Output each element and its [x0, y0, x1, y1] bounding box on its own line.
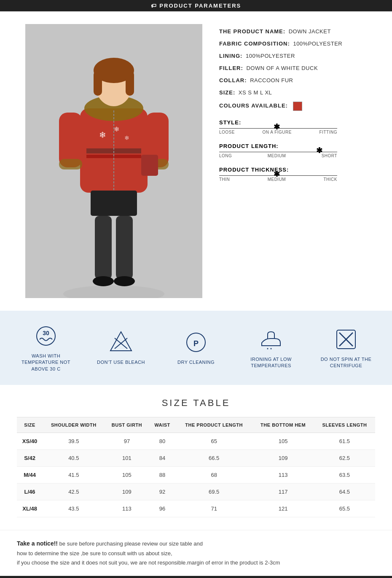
style-section: STYLE: ✱ LOOSE ON A FIGURE FITTING — [219, 119, 367, 134]
svg-text:❄: ❄ — [114, 126, 119, 133]
svg-text:❄: ❄ — [124, 134, 129, 141]
dry-clean-icon: P — [183, 330, 209, 355]
size-value: XS S M L XL — [239, 89, 272, 96]
cell-0-0: XS/40 — [17, 433, 43, 450]
product-name-label: THE PRODUCT NAME: — [219, 28, 285, 35]
header-title: PRODUCT PARAMETERS — [159, 3, 241, 9]
page-footer: 🏷 DETAIL DISPLAY — [0, 576, 392, 578]
length-option-medium: MEDIUM — [268, 153, 286, 158]
color-swatch[interactable] — [293, 102, 302, 111]
cell-1-3: 84 — [149, 450, 175, 467]
cell-2-2: 105 — [105, 467, 149, 484]
col-shoulder: SHOULDER WIDTH — [43, 417, 105, 433]
size-table-title: SIZE TABLE — [17, 398, 375, 409]
svg-rect-20 — [116, 216, 133, 279]
table-row: M/4441.5105886811363.5 — [17, 467, 375, 484]
filler-label: FILLER: — [219, 65, 243, 71]
style-marker: ✱ — [274, 122, 280, 132]
style-label: STYLE: — [219, 119, 367, 126]
cell-0-2: 97 — [105, 433, 149, 450]
colours-row: COLOURS AVAILABLE: — [219, 102, 367, 111]
cell-0-5: 105 — [252, 433, 314, 450]
wash-label: WASH WITH TEMPERATURE NOT ABOVE 30 C — [16, 353, 75, 372]
cell-0-3: 80 — [149, 433, 175, 450]
cell-4-0: XL/48 — [17, 500, 43, 517]
cell-4-3: 96 — [149, 500, 175, 517]
col-bust: BUST GIRTH — [105, 417, 149, 433]
cell-4-2: 113 — [105, 500, 149, 517]
length-label: PRODUCT LENGTH: — [219, 143, 367, 149]
length-option-long: LONG — [219, 153, 232, 158]
svg-rect-18 — [91, 191, 137, 216]
cell-2-0: M/44 — [17, 467, 43, 484]
cell-1-1: 40.5 — [43, 450, 105, 467]
thickness-slider-line: ✱ — [219, 175, 337, 176]
cell-1-6: 62.5 — [314, 450, 375, 467]
collar-value: RACCOON FUR — [250, 77, 293, 83]
product-section: ❄ ❄ ❄ THE PRODUCT NAME: DOWN JACKET — [0, 11, 392, 311]
style-option-fitting: FITTING — [320, 130, 337, 134]
notice-bold: Take a notice!! — [17, 540, 58, 547]
product-name-row: THE PRODUCT NAME: DOWN JACKET — [219, 28, 367, 35]
thickness-label: PRODUCT THICKNESS: — [219, 167, 367, 173]
svg-text:P: P — [193, 339, 199, 348]
spin-label: DO NOT SPIN AT THE CENTRIFUGE — [317, 356, 376, 369]
cell-4-5: 121 — [252, 500, 314, 517]
length-section: PRODUCT LENGTH: ✱ LONG MEDIUM SHORT — [219, 143, 367, 158]
cell-1-4: 66.5 — [176, 450, 252, 467]
size-table-body: XS/4039.597806510561.5S/4240.51018466.51… — [17, 433, 375, 517]
care-item-dry: P DRY CLEANING — [166, 330, 226, 366]
cell-3-3: 92 — [149, 484, 175, 500]
filler-row: FILLER: DOWN OF A WHITE DUCK — [219, 65, 367, 71]
svg-text:❄: ❄ — [99, 130, 106, 140]
no-spin-icon — [333, 327, 359, 352]
svg-point-33 — [271, 348, 272, 349]
length-marker: ✱ — [316, 146, 322, 155]
col-sleeves: SLEEVES LENGTH — [314, 417, 375, 433]
cell-3-0: L/46 — [17, 484, 43, 500]
thickness-option-thin: THIN — [219, 177, 230, 182]
dry-label: DRY CLEANING — [177, 359, 215, 366]
care-item-bleach: DON'T USE BLEACH — [91, 330, 150, 366]
cell-0-4: 65 — [176, 433, 252, 450]
cell-3-2: 109 — [105, 484, 149, 500]
table-row: S/4240.51018466.510962.5 — [17, 450, 375, 467]
filler-value: DOWN OF A WHITE DUCK — [246, 65, 318, 71]
product-image-svg: ❄ ❄ ❄ — [25, 24, 202, 298]
length-slider-line: ✱ — [219, 152, 337, 152]
wash-icon: 30 — [33, 323, 59, 349]
cell-2-5: 113 — [252, 467, 314, 484]
cell-3-6: 64.5 — [314, 484, 375, 500]
cell-4-4: 71 — [176, 500, 252, 517]
thickness-section: PRODUCT THICKNESS: ✱ THIN MEDIUM THICK — [219, 167, 367, 182]
lining-value: 100%POLYESTER — [246, 53, 295, 59]
svg-text:30: 30 — [43, 330, 49, 336]
style-option-loose: LOOSE — [219, 130, 235, 134]
svg-point-22 — [114, 276, 135, 286]
style-slider-line: ✱ — [219, 128, 337, 129]
collar-row: COLLAR: RACCOON FUR — [219, 77, 367, 83]
cell-2-3: 88 — [149, 467, 175, 484]
table-header-row: SIZE SHOULDER WIDTH BUST GIRTH WAIST THE… — [17, 417, 375, 433]
cell-2-1: 41.5 — [43, 467, 105, 484]
thickness-option-thick: THICK — [324, 177, 338, 182]
bleach-label: DON'T USE BLEACH — [97, 359, 145, 366]
svg-marker-27 — [110, 332, 132, 351]
iron-low-icon — [258, 327, 284, 352]
cell-4-1: 43.5 — [43, 500, 105, 517]
svg-rect-7 — [94, 70, 102, 96]
svg-rect-8 — [126, 70, 134, 96]
cell-1-2: 101 — [105, 450, 149, 467]
table-row: L/4642.51099269.511764.5 — [17, 484, 375, 500]
table-row: XS/4039.597806510561.5 — [17, 433, 375, 450]
col-size: SIZE — [17, 417, 43, 433]
size-table-section: SIZE TABLE SIZE SHOULDER WIDTH BUST GIRT… — [0, 385, 392, 530]
iron-label: IRONING AT LOW TEMPERATURES — [242, 356, 301, 369]
svg-point-32 — [267, 348, 268, 349]
no-bleach-icon — [108, 330, 134, 355]
table-row: XL/4843.5113967112165.5 — [17, 500, 375, 517]
cell-3-5: 117 — [252, 484, 314, 500]
lining-label: LINING: — [219, 53, 242, 59]
colours-label: COLOURS AVAILABLE: — [219, 102, 288, 109]
product-image: ❄ ❄ ❄ — [25, 24, 202, 298]
